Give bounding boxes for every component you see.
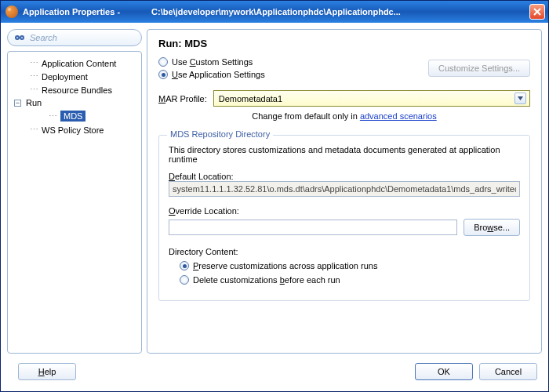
preserve-customizations-radio[interactable] <box>180 261 189 270</box>
close-button[interactable] <box>529 4 545 20</box>
mar-profile-value: Demometadata1 <box>219 94 282 103</box>
tree-item-mds[interactable]: ⋯MDS <box>11 109 138 123</box>
use-custom-settings-label: Use Custom Settings <box>172 57 253 67</box>
window-path: C:\be\jdeveloper\mywork\Applicationphdc\… <box>151 7 529 16</box>
search-input[interactable]: Search <box>7 29 142 46</box>
browse-button[interactable]: Browse... <box>464 219 520 236</box>
svg-point-3 <box>21 37 24 39</box>
navigation-tree: ⋯Application Content ⋯Deployment ⋯Resour… <box>7 51 142 354</box>
use-application-settings-radio[interactable] <box>158 70 168 79</box>
delete-customizations-label: Delete customizations before each run <box>193 275 340 285</box>
advanced-scenarios-link[interactable]: advanced scenarios <box>360 111 437 121</box>
tree-item-application-content[interactable]: ⋯Application Content <box>11 56 138 70</box>
group-legend: MDS Repository Directory <box>167 129 273 139</box>
preserve-customizations-label: Preserve customizations across applicati… <box>193 261 377 270</box>
use-custom-settings-radio[interactable] <box>158 57 168 67</box>
default-location-field <box>169 181 520 197</box>
chevron-down-icon <box>514 93 526 104</box>
collapse-icon[interactable]: − <box>14 100 21 107</box>
dialog-footer: Help OK Cancel <box>1 360 548 391</box>
group-description: This directory stores customizations and… <box>169 145 520 164</box>
delete-customizations-radio[interactable] <box>180 275 189 285</box>
use-application-settings-label: Use Application Settings <box>172 70 265 79</box>
close-icon <box>533 8 541 16</box>
tree-item-run[interactable]: −Run <box>11 96 138 109</box>
app-icon <box>5 5 18 18</box>
search-placeholder: Search <box>30 33 57 42</box>
application-properties-dialog: Application Properties - C:\be\jdevelope… <box>0 0 549 392</box>
svg-point-2 <box>16 37 19 39</box>
ok-button[interactable]: OK <box>415 363 473 380</box>
help-button[interactable]: Help <box>18 363 76 380</box>
mar-profile-hint: Change from default only in advanced sce… <box>158 111 530 121</box>
tree-item-ws-policy-store[interactable]: ⋯WS Policy Store <box>11 123 138 136</box>
titlebar[interactable]: Application Properties - C:\be\jdevelope… <box>1 1 548 23</box>
content-panel: Run: MDS Use Custom Settings Use Applica… <box>147 29 542 354</box>
tree-item-deployment[interactable]: ⋯Deployment <box>11 70 138 83</box>
page-title: Run: MDS <box>158 38 530 49</box>
settings-mode-group: Use Custom Settings Use Application Sett… <box>158 57 265 79</box>
customize-settings-button: Customize Settings... <box>428 60 530 77</box>
override-location-field[interactable] <box>169 220 457 235</box>
binoculars-icon <box>14 32 25 43</box>
mar-profile-select[interactable]: Demometadata1 <box>213 90 530 107</box>
mds-repository-group: MDS Repository Directory This directory … <box>158 135 530 301</box>
directory-content-label: Directory Content: <box>169 247 238 256</box>
cancel-button[interactable]: Cancel <box>479 363 537 380</box>
sidebar: Search ⋯Application Content ⋯Deployment … <box>7 29 142 354</box>
override-location-label: Override Location: <box>169 206 520 216</box>
mar-profile-label: MAR Profile: <box>158 94 207 103</box>
window-title: Application Properties - <box>23 7 120 16</box>
tree-item-resource-bundles[interactable]: ⋯Resource Bundles <box>11 83 138 96</box>
default-location-label: Default Location: <box>169 172 520 181</box>
